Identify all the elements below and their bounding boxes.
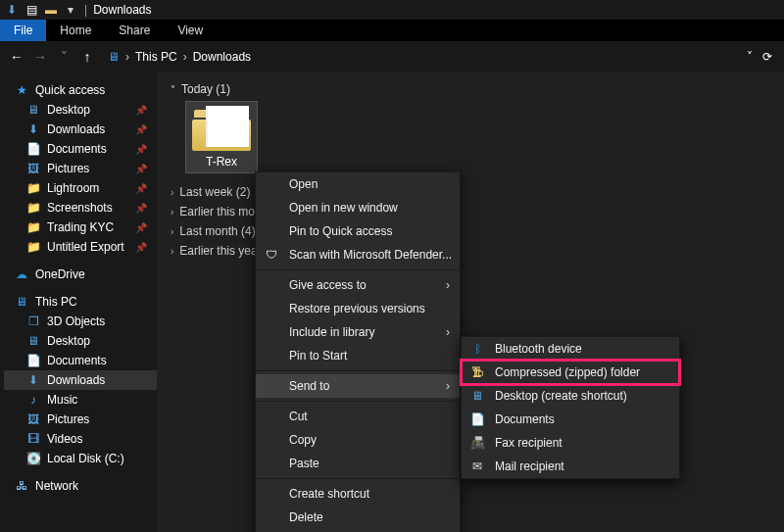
sendto-fax[interactable]: 📠Fax recipient: [462, 431, 679, 455]
tab-file[interactable]: File: [0, 20, 46, 41]
ctx-pin-quick-access[interactable]: Pin to Quick access: [256, 219, 460, 243]
ctx-include-library[interactable]: Include in library›: [256, 320, 460, 344]
tab-view[interactable]: View: [164, 20, 217, 41]
sidebar-item-lightroom[interactable]: 📁Lightroom📌: [4, 178, 157, 198]
ctx-open[interactable]: Open: [256, 172, 460, 196]
sidebar-item-trading-kyc[interactable]: 📁Trading KYC📌: [4, 218, 157, 237]
ctx-scan-defender[interactable]: 🛡Scan with Microsoft Defender...: [256, 243, 460, 266]
sendto-compressed-folder[interactable]: 🗜Compressed (zipped) folder: [462, 361, 679, 384]
context-menu: Open Open in new window Pin to Quick acc…: [255, 171, 461, 532]
ctx-delete[interactable]: Delete: [256, 506, 460, 529]
sidebar-item-desktop[interactable]: 🖥Desktop📌: [4, 100, 157, 120]
sidebar-item-label: Local Disk (C:): [47, 452, 124, 465]
pin-icon: 📌: [135, 124, 153, 135]
pin-icon: 📌: [135, 183, 153, 194]
zip-icon: 🗜: [469, 365, 485, 379]
chevron-right-icon: ›: [125, 50, 129, 64]
folder-icon: [192, 106, 251, 151]
pin-icon: 📌: [135, 242, 153, 253]
ctx-send-to[interactable]: Send to›: [256, 374, 460, 398]
network-icon: 🖧: [14, 479, 29, 493]
ctx-give-access[interactable]: Give access to›: [256, 273, 460, 297]
sidebar-item-music[interactable]: ♪Music: [4, 390, 157, 410]
disk-icon: 💽: [25, 452, 41, 465]
sidebar-item-label: Music: [47, 393, 77, 407]
up-button[interactable]: ↑: [78, 49, 96, 65]
sidebar-item-label: Untitled Export: [47, 240, 124, 254]
ctx-cut[interactable]: Cut: [256, 405, 460, 428]
mail-icon: ✉: [469, 459, 485, 473]
dropdown-icon[interactable]: ˅: [747, 50, 753, 64]
chevron-right-icon: ›: [446, 325, 450, 339]
chevron-right-icon: ›: [183, 50, 187, 64]
tab-home[interactable]: Home: [46, 20, 105, 41]
sidebar-label: Network: [35, 479, 78, 493]
forward-button[interactable]: →: [31, 49, 49, 65]
sendto-bluetooth[interactable]: ᛒBluetooth device: [462, 337, 679, 361]
sidebar-item-local-disk-c-[interactable]: 💽Local Disk (C:): [4, 449, 157, 468]
sendto-desktop-shortcut[interactable]: 🖥Desktop (create shortcut): [462, 384, 679, 408]
sidebar-onedrive[interactable]: ☁ OneDrive: [4, 265, 157, 284]
page-icon: ▤: [24, 2, 39, 18]
sidebar-item-untitled-export[interactable]: 📁Untitled Export📌: [4, 237, 157, 257]
doc-icon: 📄: [25, 142, 41, 156]
chevron-right-icon: ›: [446, 278, 450, 292]
sidebar-item-documents[interactable]: 📄Documents📌: [4, 139, 157, 159]
sidebar-item-pictures[interactable]: 🖼Pictures📌: [4, 159, 157, 178]
sidebar-item-label: 3D Objects: [47, 314, 105, 328]
group-label: Today (1): [181, 82, 230, 96]
chevron-right-icon: ›: [446, 379, 450, 393]
sidebar-item-desktop[interactable]: 🖥Desktop: [4, 331, 157, 351]
folder-tile-t-rex[interactable]: T-Rex: [186, 102, 257, 172]
sidebar-item-downloads[interactable]: ⬇Downloads: [4, 370, 157, 390]
sidebar-item-pictures[interactable]: 🖼Pictures: [4, 410, 157, 429]
navigation-pane[interactable]: ★ Quick access 🖥Desktop📌⬇Downloads📌📄Docu…: [0, 73, 157, 532]
chevron-right-icon: ›: [171, 226, 173, 237]
dropdown-icon[interactable]: ▾: [63, 2, 78, 18]
sidebar-item-downloads[interactable]: ⬇Downloads📌: [4, 120, 157, 139]
sidebar-item-label: Downloads: [47, 122, 105, 136]
breadcrumb-seg2[interactable]: Downloads: [193, 50, 251, 64]
sidebar-item-label: Trading KYC: [47, 220, 114, 234]
sidebar-item-screenshots[interactable]: 📁Screenshots📌: [4, 198, 157, 218]
shield-icon: 🛡: [264, 248, 279, 262]
ctx-paste[interactable]: Paste: [256, 452, 460, 475]
ctx-restore-versions[interactable]: Restore previous versions: [256, 297, 460, 320]
sidebar-quick-access[interactable]: ★ Quick access: [4, 80, 157, 100]
sendto-submenu: ᛒBluetooth device 🗜Compressed (zipped) f…: [461, 336, 680, 479]
sendto-mail[interactable]: ✉Mail recipient: [462, 455, 679, 478]
ctx-create-shortcut[interactable]: Create shortcut: [256, 482, 460, 506]
sidebar-network[interactable]: 🖧 Network: [4, 476, 157, 496]
down-arrow-icon: ⬇: [4, 2, 20, 18]
sidebar-item-documents[interactable]: 📄Documents: [4, 351, 157, 370]
fax-icon: 📠: [469, 436, 485, 450]
sidebar-item-videos[interactable]: 🎞Videos: [4, 429, 157, 449]
sidebar-item-3d-objects[interactable]: ❒3D Objects: [4, 312, 157, 331]
back-button[interactable]: ←: [8, 49, 25, 65]
chevron-right-icon: ›: [171, 207, 173, 218]
breadcrumb[interactable]: 🖥 › This PC › Downloads: [108, 50, 741, 64]
sidebar-item-label: Lightroom: [47, 181, 99, 195]
group-today[interactable]: ˅ Today (1): [171, 82, 770, 96]
music-icon: ♪: [25, 393, 41, 407]
recent-dropdown-icon[interactable]: ˅: [55, 49, 73, 65]
window-title: Downloads: [93, 3, 151, 17]
ctx-copy[interactable]: Copy: [256, 428, 460, 452]
sendto-documents[interactable]: 📄Documents: [462, 408, 679, 431]
pin-icon: 📌: [135, 105, 153, 116]
ctx-open-new-window[interactable]: Open in new window: [256, 196, 460, 219]
folder-icon: 📁: [25, 201, 41, 215]
sidebar-this-pc[interactable]: 🖥 This PC: [4, 292, 157, 312]
ctx-pin-start[interactable]: Pin to Start: [256, 344, 460, 367]
sidebar-label: Quick access: [35, 83, 105, 97]
sidebar-label: OneDrive: [35, 267, 85, 281]
down-icon: ⬇: [25, 122, 41, 136]
group-label: Last week (2): [179, 185, 250, 199]
document-icon: 📄: [469, 412, 485, 426]
tab-share[interactable]: Share: [105, 20, 164, 41]
refresh-icon[interactable]: ⟳: [762, 50, 772, 64]
breadcrumb-seg1[interactable]: This PC: [135, 50, 177, 64]
sidebar-item-label: Videos: [47, 432, 82, 446]
monitor-icon: 🖥: [25, 334, 41, 348]
pic-icon: 🖼: [25, 412, 41, 426]
